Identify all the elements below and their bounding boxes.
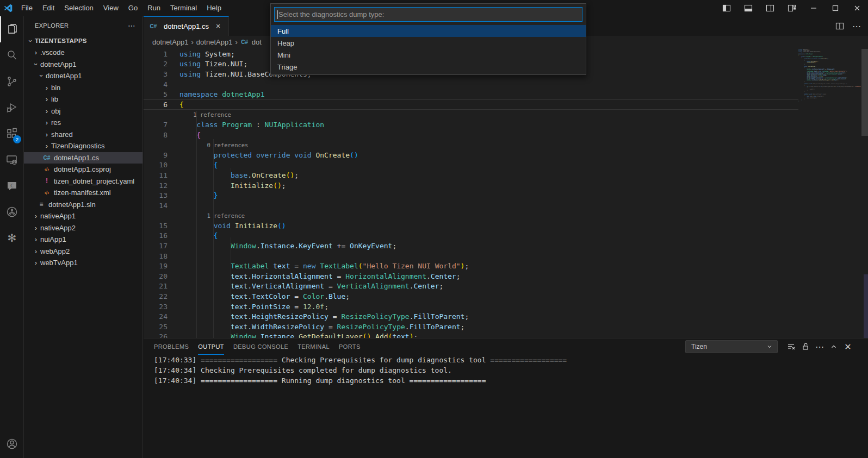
tree-folder--vscode[interactable]: ›.vscode (24, 47, 142, 59)
tree-folder-lib[interactable]: ›lib (24, 93, 142, 105)
minimize-icon[interactable] (803, 0, 824, 16)
tree-folder-tizendiagnostics[interactable]: ›TizenDiagnostics (24, 140, 142, 152)
breadcrumb-item[interactable]: dotnetApp1 (152, 38, 189, 46)
quickpick-option-triage[interactable]: Triage (271, 61, 586, 73)
tab-close-icon[interactable]: ✕ (213, 22, 223, 32)
menu-edit[interactable]: Edit (38, 0, 59, 16)
panel-more-icon[interactable]: ⋯ (813, 340, 827, 353)
unlock-scroll-icon[interactable] (798, 340, 813, 353)
code-line[interactable]: 13 } (144, 190, 798, 200)
menu-file[interactable]: File (16, 0, 38, 16)
panel-tab-problems[interactable]: PROBLEMS (154, 338, 189, 355)
toggle-secondary-sidebar-icon[interactable] (759, 0, 781, 16)
breadcrumb-item[interactable]: C#dot (240, 37, 262, 46)
output-channel-select[interactable]: Tizen (685, 340, 778, 353)
activity-run-debug[interactable] (0, 95, 24, 121)
code-line[interactable]: 5namespace dotnetApp1 (144, 89, 798, 99)
activity-search[interactable] (0, 42, 24, 68)
tree-file-dotnetapp1-sln[interactable]: ≡dotnetApp1.sln (24, 199, 142, 211)
tree-file-tizen-dotnet-project-yaml[interactable]: !tizen_dotnet_project.yaml (24, 175, 142, 187)
code-line[interactable]: 22 text.TextColor = Color.Blue; (144, 291, 798, 302)
code-line[interactable]: 10 { (144, 160, 798, 171)
close-panel-icon[interactable]: ✕ (841, 340, 855, 353)
tree-folder-dotnetapp1[interactable]: ›dotnetApp1 (24, 70, 142, 82)
minimap-line: } (798, 101, 861, 102)
activity-tizen-chat[interactable]: C (0, 173, 24, 199)
tree-folder-webtvapp1[interactable]: ›webTvApp1 (24, 257, 142, 269)
more-actions-icon[interactable]: ⋯ (850, 21, 864, 32)
code-line[interactable]: 15 void Initialize() (144, 221, 798, 231)
panel-tab-output[interactable]: OUTPUT (198, 338, 224, 355)
output-log[interactable]: [17:40:33] ================== Checking P… (154, 355, 863, 386)
tree-file-tizen-manifest-xml[interactable]: ‹/›tizen-manifest.xml (24, 187, 142, 199)
codelens-references[interactable]: 0 references (179, 142, 248, 148)
code-line[interactable]: 20 text.HorizontalAlignment = Horizontal… (144, 271, 798, 281)
tree-folder-nativeapp1[interactable]: ›nativeApp1 (24, 210, 142, 222)
explorer-more-actions-icon[interactable]: ⋯ (128, 21, 136, 30)
code-line[interactable]: 25 text.WidthResizePolicy = ResizePolicy… (144, 322, 798, 332)
clear-output-icon[interactable] (784, 340, 798, 353)
menu-help[interactable]: Help (202, 0, 226, 16)
close-icon[interactable] (846, 0, 868, 16)
tree-folder-nuiapp1[interactable]: ›nuiApp1 (24, 234, 142, 246)
customize-layout-icon[interactable] (781, 0, 803, 16)
quickpick-option-mini[interactable]: Mini (271, 49, 586, 61)
code-line[interactable]: 17 Window.Instance.KeyEvent += OnKeyEven… (144, 241, 798, 251)
menu-run[interactable]: Run (142, 0, 165, 16)
tree-folder-shared[interactable]: ›shared (24, 129, 142, 141)
code-line[interactable]: 21 text.VerticalAlignment = VerticalAlig… (144, 281, 798, 292)
minimap[interactable]: using System;using Tizen.NUI;using Tizen… (798, 49, 861, 103)
menu-selection[interactable]: Selection (59, 0, 98, 16)
code-line[interactable]: 12 Initialize(); (144, 180, 798, 191)
tree-folder-webapp2[interactable]: ›webApp2 (24, 246, 142, 258)
activity-explorer[interactable] (0, 16, 24, 42)
tree-folder-nativeapp2[interactable]: ›nativeApp2 (24, 222, 142, 234)
code-line[interactable]: 4 (144, 79, 798, 90)
code-line[interactable]: 14 (144, 200, 798, 211)
panel-tab-ports[interactable]: PORTS (339, 338, 361, 355)
workspace-root-row[interactable]: › TIZENTESTAPPS (24, 35, 142, 47)
code-line[interactable]: 18 (144, 251, 798, 261)
editor-scrollbar[interactable] (861, 49, 868, 136)
maximize-panel-icon[interactable] (827, 340, 841, 353)
menu-go[interactable]: Go (123, 0, 142, 16)
quickpick-input[interactable]: Select the diagnostics dump type: (274, 7, 582, 22)
line-number: 1 (144, 50, 168, 58)
split-editor-icon[interactable] (835, 22, 850, 30)
menu-terminal[interactable]: Terminal (165, 0, 202, 16)
activity-tizen-extension[interactable]: ✻ (0, 225, 24, 251)
tree-file-dotnetapp1-cs[interactable]: C#dotnetApp1.cs (24, 152, 142, 164)
maximize-icon[interactable] (824, 0, 846, 16)
tab-dotnetapp1-cs[interactable]: C# dotnetApp1.cs ✕ (144, 16, 229, 36)
tree-folder-dotnetapp1[interactable]: ›dotnetApp1 (24, 59, 142, 71)
code-line[interactable]: 9 protected override void OnCreate() (144, 150, 798, 160)
code-line[interactable]: 7 class Program : NUIApplication (144, 120, 798, 130)
code-line[interactable]: 8 { (144, 130, 798, 140)
quickpick-option-heap[interactable]: Heap (271, 37, 586, 49)
tree-file-dotnetapp1-csproj[interactable]: ‹/›dotnetApp1.csproj (24, 164, 142, 175)
code-line[interactable]: 6{ (144, 99, 798, 110)
activity-tizen-device-manager[interactable] (0, 199, 24, 225)
menu-view[interactable]: View (98, 0, 123, 16)
breadcrumb-item[interactable]: dotnetApp1 (196, 38, 233, 46)
toggle-panel-icon[interactable] (737, 0, 759, 16)
panel-tab-debug-console[interactable]: DEBUG CONSOLE (233, 338, 288, 355)
codelens-references[interactable]: 1 reference (179, 212, 245, 219)
tree-folder-bin[interactable]: ›bin (24, 82, 142, 94)
activity-account[interactable] (0, 431, 24, 457)
quickpick-option-full[interactable]: Full (271, 25, 586, 37)
code-line[interactable]: 19 TextLabel text = new TextLabel("Hello… (144, 261, 798, 271)
code-editor[interactable]: 1using System;2using Tizen.NUI;3using Ti… (144, 49, 798, 342)
code-line[interactable]: 16 { (144, 231, 798, 241)
code-line[interactable]: 24 text.HeightResizePolicy = ResizePolic… (144, 311, 798, 322)
codelens-references[interactable]: 1 reference (179, 111, 231, 118)
activity-source-control[interactable] (0, 68, 24, 95)
toggle-primary-sidebar-icon[interactable] (716, 0, 737, 16)
activity-extensions[interactable]: 2 (0, 121, 24, 147)
activity-remote-explorer[interactable] (0, 147, 24, 173)
panel-tab-terminal[interactable]: TERMINAL (297, 338, 330, 355)
code-line[interactable]: 11 base.OnCreate(); (144, 170, 798, 180)
tree-folder-res[interactable]: ›res (24, 117, 142, 129)
tree-folder-obj[interactable]: ›obj (24, 105, 142, 117)
code-line[interactable]: 23 text.PointSize = 12.0f; (144, 302, 798, 312)
